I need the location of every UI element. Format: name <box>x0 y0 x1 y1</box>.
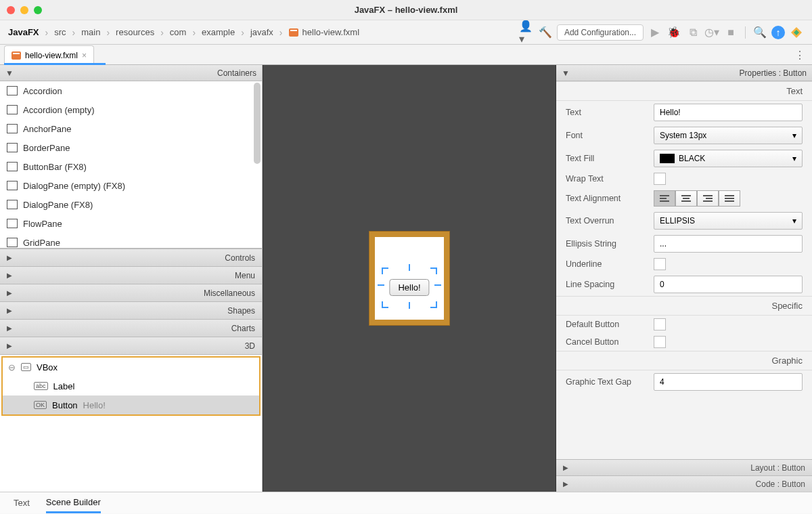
close-tab-icon[interactable]: × <box>82 51 87 60</box>
underline-checkbox[interactable] <box>654 258 666 270</box>
section-3d[interactable]: ▶3D <box>0 337 262 354</box>
list-item[interactable]: AnchorPane <box>0 119 262 138</box>
prop-label: Text <box>566 108 647 117</box>
breadcrumb-root[interactable]: JavaFX <box>8 27 39 37</box>
debug-icon[interactable]: 🐞 <box>667 25 681 40</box>
collapse-icon[interactable]: ⊖ <box>8 362 16 372</box>
hierarchy-row-vbox[interactable]: ⊖ ▭ VBox <box>3 358 259 377</box>
update-icon[interactable]: ↑ <box>771 26 785 39</box>
breadcrumb-item[interactable]: src <box>54 27 66 37</box>
selection-handle-icon[interactable] <box>409 264 410 271</box>
prop-label: Graphic Text Gap <box>566 377 647 387</box>
scrollbar[interactable] <box>254 83 261 164</box>
align-left-button[interactable] <box>654 190 675 207</box>
graphic-gap-input[interactable] <box>654 373 803 391</box>
vbox-preview[interactable]: Hello! <box>375 237 444 320</box>
tab-text-mode[interactable]: Text <box>14 492 30 513</box>
chevron-down-icon[interactable]: ▼ <box>562 68 570 78</box>
coverage-icon[interactable]: ⧉ <box>685 25 700 40</box>
list-item[interactable]: Accordion <box>0 81 262 100</box>
selection-handle-icon[interactable] <box>434 284 441 286</box>
maximize-window-icon[interactable] <box>34 6 42 14</box>
list-item[interactable]: DialogPane (empty) (FX8) <box>0 176 262 195</box>
align-justify-button[interactable] <box>719 190 740 207</box>
container-icon <box>7 238 18 247</box>
chevron-right-icon: › <box>106 27 110 38</box>
hierarchy-row-button[interactable]: OK Button Hello! <box>3 395 259 414</box>
wrap-text-checkbox[interactable] <box>654 173 666 185</box>
align-right-button[interactable] <box>697 190 719 207</box>
selection-handle-icon[interactable] <box>382 267 388 274</box>
prop-label: Cancel Button <box>566 337 647 347</box>
selection-handle-icon[interactable] <box>430 267 437 274</box>
default-button-checkbox[interactable] <box>654 318 666 330</box>
library-panel: ▼ Containers Accordion Accordion (empty)… <box>0 65 263 492</box>
breadcrumb-item[interactable]: com <box>170 27 187 37</box>
ellipsis-input[interactable] <box>654 235 803 253</box>
search-icon[interactable]: 🔍 <box>752 25 767 40</box>
text-overrun-select[interactable]: ELLIPSIS▾ <box>654 212 803 230</box>
preview-button[interactable]: Hello! <box>389 279 429 296</box>
editor-tab[interactable]: hello-view.fxml × <box>4 45 94 64</box>
align-center-button[interactable] <box>675 190 697 207</box>
fxml-file-icon <box>12 51 21 60</box>
layout-header[interactable]: ▶Layout : Button <box>556 459 812 475</box>
list-item-label: BorderPane <box>23 143 70 153</box>
run-icon[interactable]: ▶ <box>648 25 662 40</box>
chevron-down-icon[interactable]: ▼ <box>5 68 14 78</box>
selection-handle-icon[interactable] <box>378 284 384 286</box>
section-menu[interactable]: ▶Menu <box>0 266 262 284</box>
section-shapes[interactable]: ▶Shapes <box>0 301 262 319</box>
hierarchy-value: Hello! <box>83 400 106 410</box>
hierarchy-row-label[interactable]: abc Label <box>3 377 259 395</box>
prop-label: Ellipsis String <box>566 239 647 249</box>
properties-header[interactable]: ▼ Properties : Button <box>556 65 812 81</box>
stop-icon[interactable]: ■ <box>723 25 738 40</box>
chevron-right-icon: ▶ <box>7 289 12 297</box>
tab-options-icon[interactable]: ⋮ <box>794 49 805 62</box>
panel-header-label: Properties : Button <box>740 68 807 78</box>
selection-handle-icon[interactable] <box>409 302 410 309</box>
prop-label: Underline <box>566 259 647 269</box>
list-item[interactable]: DialogPane (FX8) <box>0 195 262 214</box>
hierarchy-label: VBox <box>37 362 58 372</box>
list-item-label: GridPane <box>23 238 60 248</box>
list-item-label: Accordion (empty) <box>23 105 94 115</box>
selection-handle-icon[interactable] <box>430 301 437 308</box>
list-item[interactable]: BorderPane <box>0 138 262 157</box>
text-fill-select[interactable]: BLACK▾ <box>654 150 803 167</box>
breadcrumb-item[interactable]: resources <box>116 27 154 37</box>
profile-icon[interactable]: ◷▾ <box>704 25 719 40</box>
section-label: Charts <box>231 324 255 333</box>
run-config-select[interactable]: Add Configuration... <box>557 24 644 41</box>
section-controls[interactable]: ▶Controls <box>0 249 262 266</box>
font-select[interactable]: System 13px▾ <box>654 127 803 144</box>
build-icon[interactable]: 🔨 <box>538 25 553 40</box>
containers-list: Accordion Accordion (empty) AnchorPane B… <box>0 81 262 249</box>
list-item[interactable]: GridPane <box>0 233 262 249</box>
breadcrumb-item[interactable]: javafx <box>250 27 273 37</box>
code-header[interactable]: ▶Code : Button <box>556 475 812 492</box>
selection-handle-icon[interactable] <box>382 301 388 308</box>
prop-label: Text Alignment <box>566 194 647 203</box>
list-item[interactable]: FlowPane <box>0 214 262 233</box>
design-canvas[interactable]: Hello! <box>263 65 556 492</box>
section-charts[interactable]: ▶Charts <box>0 319 262 337</box>
jetbrains-icon[interactable] <box>789 25 804 40</box>
chevron-right-icon: ▶ <box>7 324 12 332</box>
breadcrumb-item[interactable]: main <box>81 27 100 37</box>
chevron-down-icon: ▾ <box>792 131 796 140</box>
cancel-button-checkbox[interactable] <box>654 336 666 348</box>
breadcrumb-file[interactable]: hello-view.fxml <box>302 27 360 37</box>
section-misc[interactable]: ▶Miscellaneous <box>0 284 262 301</box>
containers-header[interactable]: ▼ Containers <box>0 65 262 81</box>
tab-scene-builder[interactable]: Scene Builder <box>46 492 101 513</box>
line-spacing-input[interactable] <box>654 276 803 293</box>
minimize-window-icon[interactable] <box>20 6 28 14</box>
text-input[interactable] <box>654 104 803 121</box>
list-item[interactable]: ButtonBar (FX8) <box>0 157 262 176</box>
user-icon[interactable]: 👤▾ <box>519 25 534 40</box>
list-item[interactable]: Accordion (empty) <box>0 100 262 119</box>
breadcrumb-item[interactable]: example <box>202 27 235 37</box>
close-window-icon[interactable] <box>7 6 15 14</box>
